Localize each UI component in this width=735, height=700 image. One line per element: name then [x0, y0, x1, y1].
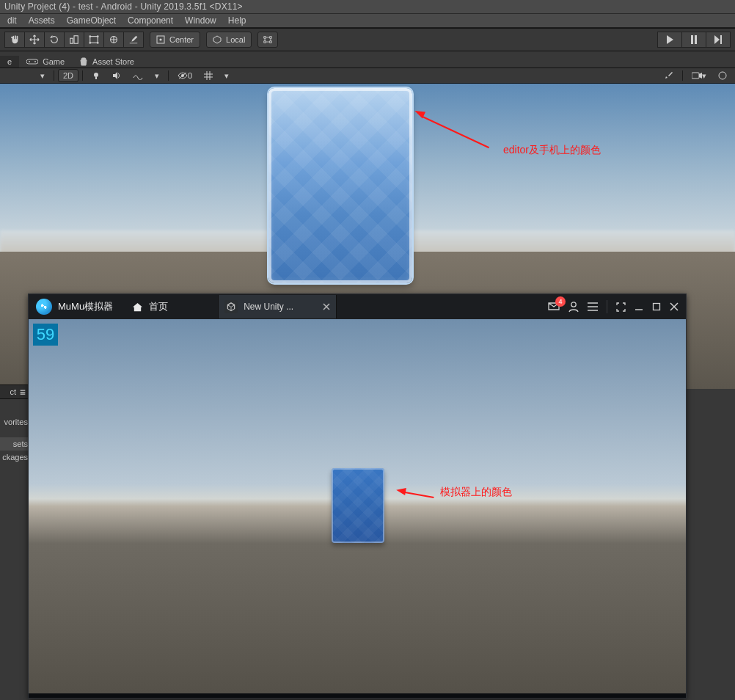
svg-point-25 — [571, 302, 576, 307]
audio-toggle-icon[interactable] — [107, 69, 126, 82]
fps-counter: 59 — [33, 324, 58, 346]
tab-game[interactable]: Game — [19, 56, 72, 68]
grid-toggle-icon[interactable] — [199, 69, 218, 82]
scale-tool-icon[interactable] — [65, 32, 84, 48]
svg-point-15 — [34, 61, 36, 62]
snap-toggle-icon[interactable] — [257, 32, 278, 48]
menu-gameobject[interactable]: GameObject — [61, 14, 122, 27]
lighting-toggle-icon[interactable] — [87, 69, 106, 82]
project-assets[interactable]: sets — [0, 437, 29, 451]
game-icon — [26, 58, 38, 65]
rotate-tool-icon[interactable] — [45, 32, 65, 48]
svg-point-3 — [89, 35, 91, 37]
pivot-center-icon — [156, 35, 165, 44]
tab-close-icon[interactable] — [323, 303, 330, 310]
hidden-count: 0 — [188, 71, 192, 80]
project-tab-menu-icon[interactable] — [19, 388, 26, 395]
panel-tabs: e Game Asset Store — [0, 51, 735, 68]
emulator-card-object — [332, 468, 384, 543]
transform-tool-icon[interactable] — [104, 32, 124, 48]
menu-assets[interactable]: Assets — [23, 14, 61, 27]
svg-point-5 — [89, 42, 91, 44]
svg-point-9 — [159, 38, 161, 40]
shading-dropdown[interactable]: ▾ — [3, 69, 50, 82]
tab-scene-label: e — [7, 57, 12, 66]
pivot-mode-toggle[interactable]: Center — [150, 32, 200, 48]
emulator-window-controls: 4 — [548, 300, 686, 313]
user-icon[interactable] — [568, 301, 579, 313]
svg-rect-20 — [692, 73, 699, 79]
handle-mode-label: Local — [226, 35, 245, 44]
svg-rect-22 — [21, 390, 26, 391]
project-panel: ct vorites sets ckages — [0, 384, 29, 700]
handle-local-icon — [213, 35, 222, 44]
tab-asset-store[interactable]: Asset Store — [72, 56, 142, 68]
emulator-home-label: 首页 — [149, 300, 168, 313]
transform-tool-group — [4, 32, 144, 48]
menu-window[interactable]: Window — [179, 14, 222, 27]
messages-icon[interactable]: 4 — [548, 302, 560, 312]
home-icon — [132, 302, 143, 313]
minimize-icon[interactable] — [635, 302, 643, 311]
step-button[interactable] — [706, 32, 731, 48]
svg-rect-0 — [70, 38, 73, 43]
scene-visibility-icon[interactable]: 0 — [172, 69, 197, 82]
tools-icon[interactable] — [659, 69, 679, 82]
svg-rect-2 — [90, 37, 98, 43]
project-packages[interactable]: ckages — [0, 451, 29, 464]
fx-dropdown-icon[interactable]: ▾ — [150, 69, 164, 82]
move-tool-icon[interactable] — [25, 32, 45, 48]
emulator-viewport[interactable]: 59 — [29, 319, 686, 693]
svg-rect-24 — [21, 394, 26, 395]
svg-rect-10 — [691, 35, 693, 44]
toggle-2d[interactable]: 2D — [58, 69, 78, 82]
window-title-text: Unity Project (4) - test - Android - Uni… — [4, 1, 243, 12]
svg-point-21 — [719, 72, 726, 79]
emulator-home-tab[interactable]: 首页 — [132, 300, 168, 313]
pause-button[interactable] — [682, 32, 706, 48]
unity-icon — [224, 300, 238, 313]
svg-rect-23 — [21, 392, 26, 393]
svg-rect-1 — [74, 36, 78, 44]
scene-toolbar: ▾ 2D ▾ 0 ▾ ▾ — [0, 68, 735, 84]
project-favorites[interactable]: vorites — [0, 415, 29, 429]
menu-icon[interactable] — [588, 302, 598, 311]
gizmos-icon[interactable] — [713, 69, 732, 82]
svg-point-14 — [29, 61, 30, 62]
svg-rect-11 — [695, 35, 697, 44]
emulator-tab-title: New Unity ... — [244, 302, 293, 312]
play-button[interactable] — [657, 32, 682, 48]
svg-rect-13 — [26, 59, 38, 64]
menu-component[interactable]: Component — [122, 14, 179, 27]
emulator-bottom-bar — [29, 693, 686, 698]
menu-bar: dit Assets GameObject Component Window H… — [0, 14, 735, 28]
scene-camera-icon[interactable]: ▾ — [687, 69, 712, 82]
grid-dropdown-icon[interactable]: ▾ — [219, 69, 234, 82]
project-tab[interactable]: ct — [0, 385, 29, 399]
hand-tool-icon[interactable] — [4, 32, 25, 48]
messages-badge: 4 — [555, 296, 566, 307]
emulator-app-name: MuMu模拟器 — [58, 300, 113, 313]
asset-store-icon — [79, 57, 88, 66]
fullscreen-icon[interactable] — [616, 302, 626, 312]
main-toolbar: Center Local — [0, 28, 735, 51]
mumu-logo-icon — [36, 299, 52, 315]
svg-point-6 — [97, 42, 99, 44]
emulator-app-tab[interactable]: New Unity ... — [218, 295, 337, 318]
svg-point-16 — [94, 73, 98, 77]
emulator-window: MuMu模拟器 首页 New Unity ... 4 — [28, 294, 687, 699]
custom-tool-icon[interactable] — [124, 32, 144, 48]
window-title: Unity Project (4) - test - Android - Uni… — [0, 0, 735, 14]
menu-help[interactable]: Help — [222, 14, 252, 27]
fx-toggle-icon[interactable] — [128, 69, 148, 82]
pivot-mode-label: Center — [169, 35, 194, 44]
menu-edit[interactable]: dit — [1, 14, 23, 27]
maximize-icon[interactable] — [652, 302, 661, 311]
tab-game-label: Game — [43, 57, 65, 66]
close-icon[interactable] — [670, 302, 679, 311]
svg-rect-26 — [654, 304, 660, 310]
rect-tool-icon[interactable] — [84, 32, 104, 48]
scene-card-object[interactable] — [268, 88, 412, 283]
handle-mode-toggle[interactable]: Local — [206, 32, 252, 48]
tab-scene[interactable]: e — [0, 56, 19, 68]
